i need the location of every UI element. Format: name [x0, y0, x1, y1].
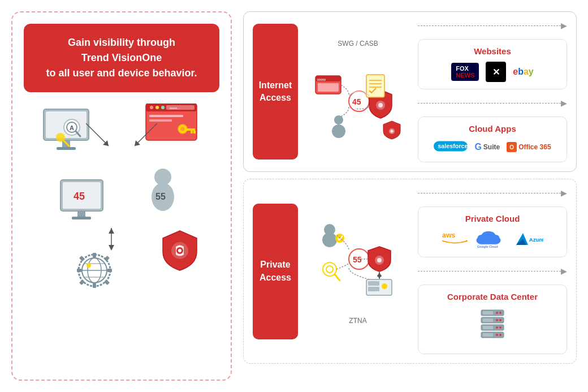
svg-text:45: 45	[352, 97, 361, 106]
private-section: Private Access 55	[243, 179, 577, 364]
svg-point-64	[378, 103, 383, 107]
corporate-data-center-logos	[427, 307, 557, 347]
svg-rect-21	[186, 128, 195, 131]
cloud-apps-card: Cloud Apps salesforce G Suite	[418, 117, 567, 162]
salesforce-logo: salesforce	[434, 139, 468, 155]
svg-text:www: www	[317, 77, 326, 81]
svg-point-108	[496, 326, 498, 329]
svg-text:aws: aws	[442, 231, 455, 239]
fox-news-logo: FOXNEWS	[451, 63, 479, 81]
internet-section: Internet Access SWG / CASB www 45	[243, 11, 577, 172]
internet-diagram-svg: www 45	[313, 70, 403, 144]
diagonal-arrow-1	[86, 123, 114, 154]
svg-text:salesforce: salesforce	[438, 143, 468, 149]
headline-text: Gain visibility through Trend VisionOne …	[37, 35, 206, 81]
svg-rect-53	[104, 256, 110, 261]
private-diagram-svg: 55	[313, 218, 403, 298]
svg-rect-49	[93, 283, 96, 288]
svg-point-107	[499, 326, 501, 329]
svg-rect-113	[483, 333, 493, 337]
cloud-apps-title: Cloud Apps	[427, 124, 557, 133]
main-container: Gain visibility through Trend VisionOne …	[0, 0, 588, 392]
svg-point-12	[150, 106, 153, 109]
private-cloud-title: Private Cloud	[427, 214, 557, 223]
ztna-label: ZTNA	[349, 317, 366, 325]
svg-rect-22	[191, 131, 193, 133]
fox-news-text: NEWS	[456, 72, 474, 79]
websites-logos: FOXNEWS ✕ ebay	[427, 62, 557, 82]
svg-point-99	[499, 312, 501, 314]
svg-rect-109	[483, 326, 493, 329]
svg-point-88	[382, 283, 387, 289]
internet-access-bar: Internet Access	[253, 24, 298, 160]
private-cloud-card: Private Cloud aws	[418, 206, 567, 257]
private-access-label: Private Access	[260, 259, 291, 284]
svg-marker-91	[377, 275, 382, 279]
svg-point-81	[377, 258, 382, 262]
svg-rect-87	[368, 287, 379, 291]
ebay-logo: ebay	[513, 67, 534, 77]
svg-rect-105	[483, 318, 493, 322]
office-365-logo: O Office 365	[507, 142, 551, 152]
svg-point-41	[178, 249, 181, 252]
svg-point-103	[499, 319, 501, 321]
svg-rect-51	[107, 269, 112, 272]
right-panel: Internet Access SWG / CASB www 45	[243, 11, 577, 381]
vertical-arrow	[106, 228, 117, 253]
svg-point-76	[322, 232, 337, 247]
svg-point-13	[155, 106, 159, 109]
svg-rect-17	[149, 115, 183, 117]
svg-rect-30	[77, 211, 85, 217]
headline-box: Gain visibility through Trend VisionOne …	[24, 24, 219, 92]
svg-rect-55	[104, 279, 110, 285]
corporate-data-center-card: Corporate Data Center	[418, 285, 567, 354]
svg-point-112	[496, 334, 498, 336]
private-diagram: 55	[307, 204, 409, 339]
svg-rect-65	[366, 75, 384, 97]
devices-area: A www...	[24, 104, 219, 296]
internet-diagram: SWG / CASB www 45	[307, 24, 409, 160]
svg-text:Azure: Azure	[529, 236, 543, 243]
x-logo: ✕	[486, 62, 506, 82]
svg-point-20	[180, 127, 185, 131]
svg-rect-86	[368, 281, 379, 286]
svg-rect-52	[79, 256, 85, 261]
svg-text:A: A	[70, 124, 74, 131]
svg-point-72	[391, 130, 394, 133]
internet-cards-area: ▶ Websites FOXNEWS ✕ ebay	[418, 21, 567, 162]
private-cards-area: ▶ Private Cloud aws	[418, 188, 567, 354]
private-access-bar: Private Access	[253, 204, 298, 339]
svg-point-104	[496, 319, 498, 321]
svg-rect-48	[93, 253, 96, 257]
svg-point-100	[496, 312, 498, 314]
svg-text:55: 55	[353, 255, 362, 264]
g-suite-logo: G Suite	[474, 142, 500, 152]
svg-text:45: 45	[74, 191, 85, 202]
globe-icon	[75, 251, 114, 290]
svg-point-69	[334, 115, 343, 124]
cloud-apps-logos: salesforce G Suite O Office 365	[427, 139, 557, 155]
svg-text:Google Cloud: Google Cloud	[477, 245, 498, 248]
private-cloud-logos: aws Google Cloud	[427, 229, 557, 250]
diagonal-arrow-2	[135, 123, 163, 154]
svg-text:www...: www...	[169, 106, 180, 110]
svg-rect-101	[483, 311, 493, 315]
svg-rect-3	[57, 147, 76, 150]
svg-point-111	[499, 334, 501, 336]
google-cloud-logo: Google Cloud	[474, 229, 503, 250]
svg-line-84	[335, 274, 340, 281]
svg-rect-31	[72, 217, 91, 219]
left-panel: Gain visibility through Trend VisionOne …	[11, 11, 232, 381]
monitor-45-icon: 45	[58, 177, 114, 228]
svg-point-70	[332, 124, 345, 138]
svg-marker-37	[109, 245, 114, 251]
svg-rect-60	[318, 83, 339, 92]
corporate-data-center-title: Corporate Data Center	[427, 292, 557, 301]
svg-rect-18	[149, 119, 172, 122]
svg-text:55: 55	[155, 192, 166, 201]
azure-logo: Azure	[509, 231, 543, 248]
person-55-icon: 55	[140, 166, 185, 222]
websites-card: Websites FOXNEWS ✕ ebay	[418, 39, 567, 89]
websites-title: Websites	[427, 46, 557, 56]
svg-rect-54	[79, 279, 85, 285]
